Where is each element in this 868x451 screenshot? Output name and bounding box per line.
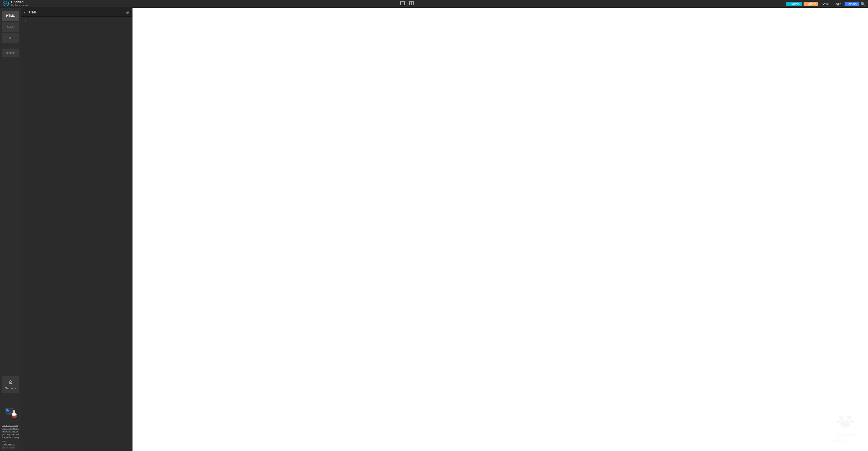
split-icon: [409, 1, 414, 5]
settings-label: Settings: [5, 387, 16, 390]
joinus-button[interactable]: Join us: [844, 2, 859, 6]
split-view-btn[interactable]: [408, 1, 415, 7]
navbar-center: [399, 1, 415, 7]
svg-rect-9: [12, 413, 16, 416]
tab-css[interactable]: CSS: [2, 22, 19, 32]
editor-panel: ▾ HTML ⚙ 1: [21, 8, 132, 451]
editor-header-left: ▾ HTML: [24, 10, 37, 14]
svg-rect-0: [401, 2, 404, 5]
svg-rect-16: [6, 410, 9, 411]
login-button[interactable]: Login: [832, 2, 843, 6]
editor-header: ▾ HTML ⚙: [21, 8, 132, 17]
maximize-icon-btn[interactable]: [399, 1, 406, 7]
svg-rect-5: [7, 415, 11, 415]
line-number-1: 1: [24, 19, 26, 23]
editor-settings-button[interactable]: ⚙: [126, 10, 129, 14]
codepen-logo: [3, 1, 9, 7]
console-button[interactable]: console: [2, 49, 19, 57]
svg-point-21: [850, 420, 854, 423]
tab-js[interactable]: JS: [2, 33, 19, 43]
baidu-logo-icon: [834, 412, 856, 429]
preview-panel: 百度经验 jingyan.baidu.com: [132, 8, 868, 451]
tab-html[interactable]: HTML: [2, 10, 19, 21]
search-button[interactable]: 🔍: [861, 2, 865, 6]
watermark-logo-text: [830, 412, 860, 432]
explore-button[interactable]: Explore: [804, 2, 818, 6]
svg-rect-4: [8, 413, 10, 415]
ad-section: Get $100 of free cloud computing. Build …: [0, 403, 21, 451]
svg-point-8: [12, 410, 16, 413]
settings-gear-icon: ⚙: [8, 379, 13, 385]
watermark: 百度经验 jingyan.baidu.com: [830, 412, 860, 443]
app-subtitle: By Anonymous: [11, 4, 28, 7]
svg-line-11: [16, 414, 17, 415]
watermark-url: jingyan.baidu.com: [830, 439, 860, 443]
editor-collapse-button[interactable]: ▾: [24, 10, 25, 14]
sidebar-tabs: HTML CSS JS console ⚙ Settings: [0, 8, 21, 395]
navbar-right: Tutorials Explore Save Login Join us 🔍: [786, 2, 865, 6]
svg-point-19: [847, 415, 851, 420]
svg-rect-15: [6, 410, 8, 410]
ad-source: ads via Carbon: [2, 447, 19, 449]
maximize-icon: [400, 1, 405, 5]
editor-body[interactable]: 1: [21, 17, 132, 451]
editor-lang-label: HTML: [28, 10, 37, 14]
svg-rect-1: [409, 2, 411, 5]
svg-rect-2: [412, 2, 413, 5]
svg-point-20: [836, 420, 840, 423]
main-layout: HTML CSS JS console ⚙ Settings: [0, 8, 868, 451]
svg-rect-17: [6, 411, 9, 412]
tutorials-button[interactable]: Tutorials: [786, 2, 802, 6]
svg-point-18: [839, 415, 843, 420]
svg-point-22: [840, 420, 850, 427]
watermark-baidu-text: 百度经验: [830, 432, 860, 439]
settings-button[interactable]: ⚙ Settings: [2, 376, 19, 393]
left-sidebar: HTML CSS JS console ⚙ Settings: [0, 8, 21, 451]
ad-link[interactable]: Get $100 of free cloud computing. Build …: [2, 424, 19, 445]
save-button[interactable]: Save: [820, 2, 830, 6]
navbar-left: Untitled By Anonymous: [3, 1, 28, 7]
app-title-block: Untitled By Anonymous: [11, 1, 28, 7]
ad-illustration: [2, 405, 19, 422]
navbar: Untitled By Anonymous Tutorials Explore …: [0, 0, 868, 8]
ad-text[interactable]: Get $100 of free cloud computing. Build …: [2, 424, 19, 446]
